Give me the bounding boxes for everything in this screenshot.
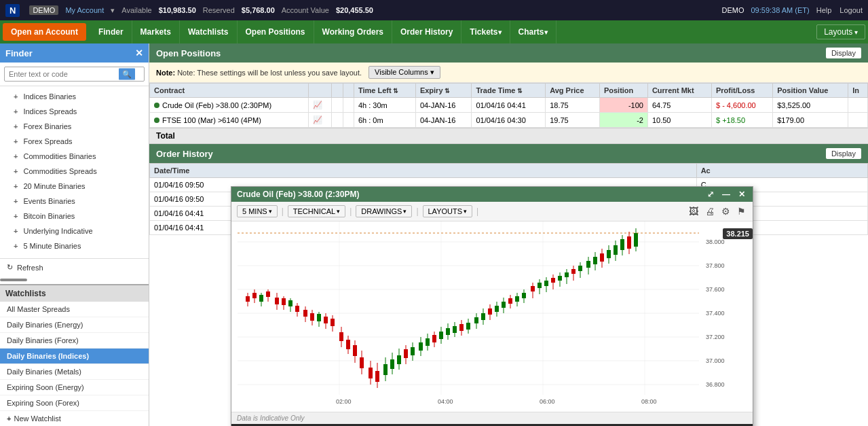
profit-loss: $ - 4,600.00 [711, 98, 772, 113]
nav-item-tickets[interactable]: Tickets [461, 20, 510, 43]
svg-rect-93 [495, 306, 499, 312]
nav-item-open-positions[interactable]: Open Positions [238, 20, 314, 43]
chart-minimize-button[interactable]: — [720, 190, 732, 199]
sidebar-item-bitcoin-binaries[interactable]: Bitcoin Binaries [0, 209, 149, 224]
svg-rect-111 [558, 276, 562, 281]
logout-link[interactable]: Logout [839, 6, 863, 14]
open-account-button[interactable]: Open an Account [3, 23, 86, 41]
chart-print-button[interactable]: 🖨 [704, 205, 716, 218]
nav-item-watchlists[interactable]: Watchlists [180, 20, 238, 43]
current-mkt: 10.50 [647, 113, 711, 128]
oh-col-datetime[interactable]: Date/Time [150, 164, 697, 178]
nav-item-working-orders[interactable]: Working Orders [314, 20, 392, 43]
search-icon[interactable]: 🔍 [119, 69, 135, 80]
chart-close-button[interactable]: ✕ [736, 190, 747, 199]
nav-item-finder[interactable]: Finder [90, 20, 132, 43]
nav-item-charts[interactable]: Charts [510, 20, 556, 43]
help-link[interactable]: Help [816, 6, 832, 14]
col-position-value[interactable]: Position Value [773, 84, 848, 98]
watchlist-item-daily-metals[interactable]: Daily Binaries (Metals) [0, 364, 149, 380]
contract-name[interactable]: FTSE 100 (Mar) >6140 (4PM) [162, 116, 261, 124]
sidebar-item-5-minute-binaries[interactable]: 5 Minute Binaries [0, 238, 149, 253]
watchlist-item-daily-forex[interactable]: Daily Binaries (Forex) [0, 333, 149, 349]
demo-right: DEMO [722, 6, 744, 14]
sidebar-item-commodities-binaries[interactable]: Commodities Binaries [0, 149, 149, 164]
sidebar-close-button[interactable]: ✕ [135, 48, 143, 58]
watchlists-header: Watchlists [0, 285, 149, 302]
col-contract[interactable]: Contract [150, 84, 309, 98]
col-time-left[interactable]: Time Left [354, 84, 415, 98]
layouts-button[interactable]: Layouts [816, 24, 865, 39]
search-box: 🔍 [0, 63, 149, 86]
svg-rect-129 [620, 239, 624, 250]
sidebar-item-underlying-indicative[interactable]: Underlying Indicative [0, 224, 149, 238]
nav-item-markets[interactable]: Markets [132, 20, 180, 43]
watchlist-item-all-master-spreads[interactable]: All Master Spreads [0, 302, 149, 317]
svg-text:04:00: 04:00 [438, 398, 453, 405]
watchlist-item-expiring-energy[interactable]: Expiring Soon (Energy) [0, 380, 149, 395]
sidebar-item-commodities-spreads[interactable]: Commodities Spreads [0, 164, 149, 179]
profit-loss: $ +18.50 [711, 113, 772, 128]
sidebar-item-forex-spreads[interactable]: Forex Spreads [0, 134, 149, 149]
oh-header: Order History Display [149, 144, 868, 163]
contract-name[interactable]: Crude Oil (Feb) >38.00 (2:30PM) [162, 101, 271, 109]
svg-text:02:00: 02:00 [336, 398, 352, 405]
contract-status-dot [154, 118, 159, 123]
svg-rect-41 [310, 313, 314, 321]
chart-icon-cell[interactable]: 📈 [309, 98, 332, 113]
svg-text:36.800: 36.800 [706, 381, 725, 388]
col-avg-price[interactable]: Avg Price [546, 84, 600, 98]
chart-expand-button[interactable]: ⤢ [705, 190, 716, 199]
sidebar-header: Finder ✕ [0, 43, 149, 63]
sidebar-item-indices-binaries[interactable]: Indices Binaries [0, 89, 149, 104]
chart-drawings-button[interactable]: DRAWINGS [356, 205, 412, 217]
sidebar-item-indices-spreads[interactable]: Indices Spreads [0, 104, 149, 119]
watchlist-item-daily-energy[interactable]: Daily Binaries (Energy) [0, 317, 149, 333]
chart-image-button[interactable]: 🖼 [687, 205, 700, 218]
svg-rect-47 [331, 319, 335, 326]
oh-display-button[interactable]: Display [826, 148, 861, 159]
oh-col-ac[interactable]: Ac [696, 164, 867, 178]
chart-flag-button[interactable]: ⚑ [736, 205, 747, 218]
op-display-button[interactable]: Display [826, 48, 861, 58]
oh-title: Order History [156, 149, 213, 159]
svg-rect-25 [252, 293, 257, 298]
svg-rect-91 [488, 308, 492, 315]
svg-rect-23 [246, 296, 250, 302]
watchlist-item-expiring-forex[interactable]: Expiring Soon (Forex) [0, 395, 149, 411]
top-bar: N DEMO My Account ▾ Available $10,983.50… [0, 0, 868, 20]
chart-layouts-button[interactable]: LAYOUTS [423, 205, 473, 217]
chart-indicative-text: Data is Indicative Only [237, 414, 305, 422]
visible-columns-button[interactable]: Visible Columns [369, 66, 440, 79]
chart-price-label: 38.215 [723, 228, 753, 239]
total-label: Total [156, 131, 175, 141]
svg-rect-79 [446, 328, 450, 335]
col-expiry[interactable]: Expiry [415, 84, 472, 98]
my-account-link[interactable]: My Account [65, 6, 104, 14]
chart-icon-cell[interactable]: 📈 [309, 113, 332, 128]
sidebar-item-events-binaries[interactable]: Events Binaries [0, 194, 149, 209]
sidebar-title: Finder [5, 48, 33, 58]
col-arrow [332, 84, 343, 98]
col-current-mkt[interactable]: Current Mkt [647, 84, 711, 98]
avg-price: 19.75 [546, 113, 600, 128]
sidebar: Finder ✕ 🔍 Indices Binaries Indices Spre… [0, 43, 149, 426]
chart-settings-button[interactable]: ⚙ [720, 205, 732, 218]
sidebar-item-20-minute-binaries[interactable]: 20 Minute Binaries [0, 179, 149, 194]
chart-technical-button[interactable]: TECHNICAL [288, 205, 345, 217]
new-watchlist-button[interactable]: New Watchlist [0, 411, 149, 426]
watchlist-item-daily-indices[interactable]: Daily Binaries (Indices) [0, 349, 149, 364]
col-profit-loss[interactable]: Profit/Loss [711, 84, 772, 98]
col-trade-time[interactable]: Trade Time [472, 84, 546, 98]
chart-timeframe-button[interactable]: 5 MINS [237, 205, 278, 217]
svg-rect-85 [466, 323, 470, 330]
svg-rect-119 [586, 261, 590, 268]
refresh-button[interactable]: ↻ Refresh [0, 258, 149, 276]
svg-text:37.800: 37.800 [706, 262, 725, 269]
nav-item-order-history[interactable]: Order History [392, 20, 461, 43]
demo-badge: DEMO [29, 5, 58, 15]
expiry: 04-JAN-16 [415, 113, 472, 128]
col-position[interactable]: Position [599, 84, 647, 98]
sidebar-item-forex-binaries[interactable]: Forex Binaries [0, 119, 149, 134]
svg-rect-89 [481, 313, 485, 320]
